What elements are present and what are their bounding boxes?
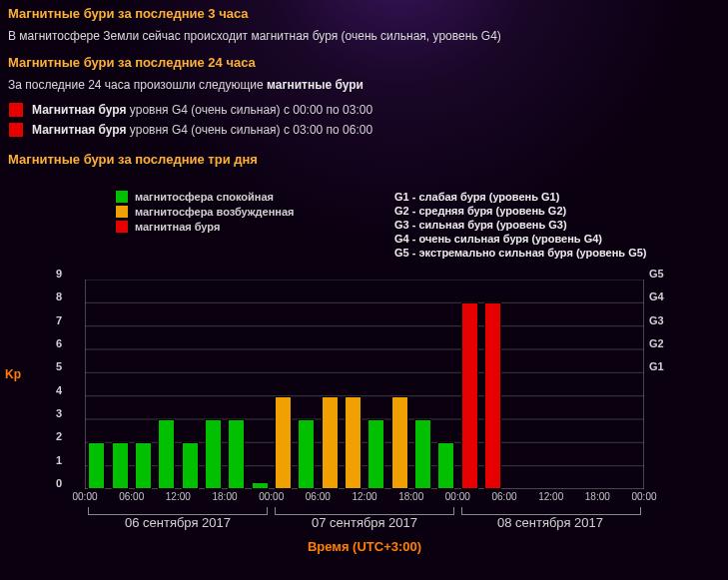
ytick: 8 xyxy=(56,290,62,302)
xtick: 00:00 xyxy=(631,491,656,502)
glevel-g5: G5 - экстремально сильная буря (уровень … xyxy=(394,246,647,260)
bar xyxy=(112,442,129,489)
legend-storm: магнитная буря xyxy=(135,221,220,233)
xtick: 00:00 xyxy=(259,491,284,502)
intro-24h: За последние 24 часа произошли следующие… xyxy=(8,78,720,92)
gtick: G1 xyxy=(649,360,664,372)
plot-area xyxy=(85,280,644,489)
ytick: 4 xyxy=(56,384,62,396)
gtick: G4 xyxy=(649,290,664,302)
ytick: 1 xyxy=(56,454,62,466)
bar xyxy=(484,302,501,489)
day-label-1: 06 сентября 2017 xyxy=(85,515,271,530)
ytick: 2 xyxy=(56,430,62,442)
bar xyxy=(461,302,478,489)
xtick: 18:00 xyxy=(585,491,610,502)
bar xyxy=(437,442,454,489)
bar xyxy=(414,419,431,489)
events-24h: Магнитная буря уровня G4 (очень сильная)… xyxy=(8,102,720,138)
xtick: 12:00 xyxy=(538,491,563,502)
xtick: 18:00 xyxy=(398,491,423,502)
xtick: 00:00 xyxy=(72,491,97,502)
intro-24h-text: За последние 24 часа произошли следующие xyxy=(8,78,267,92)
xtick: 12:00 xyxy=(166,491,191,502)
ytick: 6 xyxy=(56,337,62,349)
legend-calm: магнитосфера спокойная xyxy=(135,191,274,203)
bar xyxy=(182,442,199,489)
bar xyxy=(228,419,245,489)
day-bracket-icon xyxy=(88,507,268,515)
day-bracket-icon xyxy=(461,507,641,515)
kp-axis-label: Kp xyxy=(5,367,21,381)
ytick: 9 xyxy=(56,268,62,280)
event-row: Магнитная буря уровня G4 (очень сильная)… xyxy=(8,122,720,138)
ytick: 3 xyxy=(56,407,62,419)
event-text: уровня G4 (очень сильная) с 03:00 по 06:… xyxy=(127,123,373,137)
legend-swatch-excited-icon xyxy=(115,205,129,219)
heading-3h: Магнитные бури за последние 3 часа xyxy=(8,6,720,21)
xtick: 06:00 xyxy=(491,491,516,502)
event-row: Магнитная буря уровня G4 (очень сильная)… xyxy=(8,102,720,118)
bar xyxy=(135,442,152,489)
xtick: 12:00 xyxy=(352,491,376,502)
storm-icon xyxy=(8,102,24,118)
day-bracket-icon xyxy=(275,507,454,515)
gtick: G5 xyxy=(649,268,664,280)
gtick: G2 xyxy=(649,337,664,349)
chart: магнитосфера спокойная магнитосфера возб… xyxy=(30,190,699,569)
glevel-g1: G1 - слабая буря (уровень G1) xyxy=(394,190,647,204)
event-bold: Магнитная буря xyxy=(32,123,127,137)
glevel-g4: G4 - очень сильная буря (уровень G4) xyxy=(394,232,647,246)
xtick: 06:00 xyxy=(306,491,331,502)
bar xyxy=(322,396,339,489)
bar xyxy=(275,396,292,489)
ytick: 7 xyxy=(56,314,62,326)
event-text: уровня G4 (очень сильная) с 00:00 по 03:… xyxy=(127,103,373,117)
bar xyxy=(298,419,315,489)
legend-excited: магнитосфера возбужденная xyxy=(135,206,295,218)
bar xyxy=(205,419,222,489)
gtick: G3 xyxy=(649,314,664,326)
ytick: 5 xyxy=(56,360,62,372)
glevel-g2: G2 - средняя буря (уровень G2) xyxy=(394,204,647,218)
legend-swatch-storm-icon xyxy=(115,220,129,234)
g-level-descriptions: G1 - слабая буря (уровень G1) G2 - средн… xyxy=(394,190,647,260)
x-axis-label: Время (UTC+3:00) xyxy=(30,539,699,554)
event-bold: Магнитная буря xyxy=(32,103,127,117)
bar xyxy=(391,396,408,489)
bar xyxy=(252,482,269,489)
storm-icon xyxy=(8,122,24,138)
status-3h: В магнитосфере Земли сейчас происходит м… xyxy=(8,29,720,43)
bar xyxy=(367,419,384,489)
xtick: 18:00 xyxy=(212,491,237,502)
bar xyxy=(158,419,175,489)
day-label-3: 08 сентября 2017 xyxy=(457,515,643,530)
day-label-2: 07 сентября 2017 xyxy=(272,515,457,530)
chart-legend: магнитосфера спокойная магнитосфера возб… xyxy=(115,190,295,235)
bar xyxy=(345,396,362,489)
ytick: 0 xyxy=(56,477,62,489)
glevel-g3: G3 - сильная буря (уровень G3) xyxy=(394,218,647,232)
heading-3d: Магнитные бури за последние три дня xyxy=(8,152,720,167)
xtick: 06:00 xyxy=(119,491,144,502)
intro-24h-bold: магнитные бури xyxy=(267,78,364,92)
bar xyxy=(88,442,105,489)
legend-swatch-calm-icon xyxy=(115,190,129,204)
xtick: 00:00 xyxy=(445,491,470,502)
heading-24h: Магнитные бури за последние 24 часа xyxy=(8,55,720,70)
